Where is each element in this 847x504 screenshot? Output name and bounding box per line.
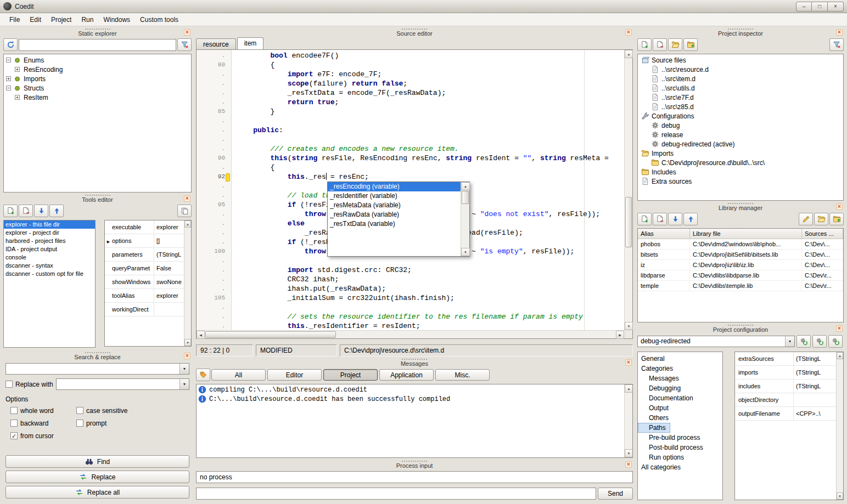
replace-term-combo[interactable] (56, 378, 189, 390)
tree-item[interactable]: ..\src\z85.d (638, 102, 843, 111)
process-input-header[interactable]: Process input (195, 460, 634, 469)
code-line[interactable]: . import e7F: encode_7F; (197, 70, 624, 79)
code-line[interactable]: . public: (197, 126, 624, 135)
tree-item[interactable]: Enums (4, 55, 191, 65)
category-item[interactable]: Documentation (638, 393, 722, 403)
property-value[interactable]: (TStringL (154, 248, 184, 261)
menu-edit[interactable]: Edit (25, 14, 46, 25)
close-panel-icon[interactable] (625, 461, 632, 468)
chevron-down-icon[interactable] (180, 364, 189, 374)
find-button[interactable]: Find (5, 455, 189, 468)
tree-item[interactable]: ..\src\utils.d (638, 83, 843, 93)
scroll-up-icon[interactable] (461, 182, 470, 190)
tree-item[interactable]: debug-redirected (active) (638, 139, 843, 149)
category-item[interactable]: General (638, 354, 722, 364)
scroll-down-icon[interactable] (837, 492, 843, 500)
vertical-scrollbar[interactable] (184, 220, 191, 346)
tree-item[interactable]: Includes (638, 167, 843, 177)
code-line[interactable]: . // sets the resource identifier to the… (197, 312, 624, 321)
property-row[interactable]: extraSources(TStringL (735, 352, 836, 366)
category-item[interactable]: Pre-build process (638, 433, 722, 443)
scroll-down-icon[interactable] (625, 449, 633, 457)
category-item[interactable]: Others (638, 413, 722, 423)
list-item[interactable]: harbored - project files (4, 237, 95, 245)
scroll-down-icon[interactable] (184, 339, 191, 346)
code-line[interactable]: 90 this(string resFile, ResEncoding resE… (197, 154, 624, 163)
tree-item[interactable]: Structs (4, 83, 191, 93)
drag-grip[interactable] (85, 29, 110, 30)
tree-item[interactable]: Imports (638, 149, 843, 158)
close-button[interactable]: × (828, 2, 844, 12)
menu-run[interactable]: Run (76, 14, 98, 25)
tab-resource[interactable]: resource (196, 38, 236, 49)
scrollbar-thumb[interactable] (462, 191, 469, 204)
vertical-scrollbar[interactable] (624, 50, 632, 330)
property-value[interactable]: (TStringL (793, 352, 836, 365)
filter-button[interactable] (829, 38, 844, 51)
category-item[interactable]: Categories (638, 364, 722, 373)
tree-item[interactable]: ResEncoding (4, 65, 191, 74)
messages-header[interactable]: Messages (195, 358, 634, 367)
property-value[interactable] (154, 303, 184, 316)
checkbox-from-cursor[interactable]: from cursor (10, 432, 76, 440)
clone-configuration-button[interactable] (828, 335, 843, 348)
source-editor-header[interactable]: Source editor (195, 27, 634, 37)
property-row[interactable]: executableexplorer (105, 220, 184, 234)
open-library-button[interactable] (814, 213, 828, 225)
scroll-left-icon[interactable] (197, 331, 205, 339)
chevron-down-icon[interactable] (785, 336, 794, 347)
replace-button[interactable]: Replace (5, 471, 189, 483)
replace-all-button[interactable]: Replace all (5, 486, 189, 499)
process-input-field[interactable] (196, 488, 596, 500)
scroll-up-icon[interactable] (625, 50, 633, 58)
move-up-button[interactable] (683, 213, 698, 225)
tree-item[interactable]: ..\src\resource.d (638, 65, 843, 74)
property-row[interactable]: workingDirect (105, 303, 184, 316)
replace-with-checkbox[interactable]: Replace with (5, 380, 53, 388)
menu-custom-tools[interactable]: Custom tools (135, 14, 183, 25)
sync-configuration-button[interactable] (796, 335, 811, 348)
property-row[interactable]: queryParametFalse (105, 262, 184, 275)
code-line[interactable]: . this._resIdentifier = resIdent; (197, 321, 624, 330)
code-line[interactable]: . { (197, 163, 624, 172)
scroll-up-icon[interactable] (625, 384, 633, 393)
close-panel-icon[interactable] (625, 29, 632, 36)
checkbox-prompt[interactable]: prompt (76, 419, 189, 427)
drag-grip[interactable] (85, 195, 110, 196)
search-term-combo[interactable] (5, 363, 189, 375)
checkbox-box[interactable] (10, 432, 18, 439)
category-item[interactable]: Paths (638, 423, 670, 433)
list-item[interactable]: dscanner - syntax (4, 262, 95, 270)
drag-grip[interactable] (728, 203, 753, 204)
category-item[interactable]: Messages (638, 373, 722, 383)
checkbox-whole-word[interactable]: whole word (10, 406, 76, 415)
filter-misc[interactable]: Misc. (435, 369, 490, 381)
move-up-button[interactable] (49, 205, 64, 217)
category-item[interactable]: All categories (638, 462, 722, 472)
property-row[interactable]: options[] (105, 234, 184, 248)
menu-windows[interactable]: Windows (98, 14, 135, 25)
remove-library-button[interactable] (653, 213, 667, 225)
property-value[interactable]: explorer (154, 289, 184, 302)
maximize-button[interactable]: □ (812, 2, 828, 12)
project-configuration-header[interactable]: Project configuration (636, 324, 845, 333)
filter-editor[interactable]: Editor (267, 369, 322, 381)
symbol-search-input[interactable] (19, 39, 176, 51)
expander-minus-icon[interactable] (6, 86, 11, 90)
code-line[interactable]: 85 } (197, 107, 624, 116)
completion-item[interactable]: _resRawData (variable) (328, 210, 461, 219)
horizontal-scrollbar[interactable] (197, 330, 624, 338)
category-item[interactable]: Debugging (638, 383, 722, 393)
checkbox-box[interactable] (76, 407, 83, 414)
tree-item[interactable]: release (638, 130, 843, 139)
property-row[interactable]: showWindowsswoNone (105, 275, 184, 289)
close-panel-icon[interactable] (836, 325, 843, 332)
property-value[interactable]: False (154, 262, 184, 275)
completion-scrollbar[interactable] (461, 182, 469, 256)
completion-item[interactable]: _resTxtData (variable) (328, 219, 461, 229)
code-line[interactable]: . return true; (197, 98, 624, 107)
menu-project[interactable]: Project (46, 14, 76, 25)
project-inspector-header[interactable]: Project inspector (636, 27, 845, 37)
property-value[interactable]: (TStringL (793, 366, 836, 379)
checkbox-case-sensitive[interactable]: case sensitive (76, 406, 189, 415)
